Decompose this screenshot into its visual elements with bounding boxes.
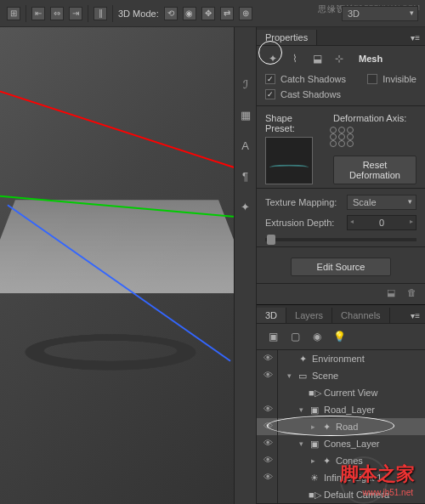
tool-swatches-icon[interactable]: ▦ — [238, 109, 253, 124]
shape-preset-picker[interactable] — [265, 137, 313, 184]
properties-panel: Properties ▾≡ ✦ ⌇ ⬓ ⊹ Mesh ✓ Catch Shado… — [257, 27, 425, 304]
coord-filter-icon[interactable]: ⊹ — [332, 51, 347, 66]
item-label: Current View — [324, 388, 377, 398]
visibility-icon[interactable]: 👁 — [262, 353, 274, 365]
twisty-icon[interactable]: ▾ — [285, 371, 293, 380]
pan-icon[interactable]: ✥ — [201, 7, 215, 20]
twisty-icon[interactable]: ▾ — [297, 439, 305, 448]
filter-material-icon[interactable]: ◉ — [309, 329, 325, 344]
align-icon-1[interactable]: ⇤ — [31, 7, 45, 20]
twisty-icon[interactable]: ▾ — [297, 405, 305, 414]
label-shape-preset: Shape Preset: — [257, 110, 325, 137]
item-label: Road_Layer — [324, 405, 375, 415]
label-extrusion-depth: Extrusion Depth: — [265, 218, 342, 228]
item-type-icon: ■▷ — [309, 490, 320, 501]
filter-mesh-icon[interactable]: ▢ — [287, 329, 303, 344]
tool-adjust-icon[interactable]: ✦ — [238, 201, 253, 216]
render-icon[interactable]: ⬓ — [384, 287, 398, 301]
trash-icon[interactable]: 🗑 — [405, 287, 418, 301]
align-icon-3[interactable]: ⇥ — [69, 7, 82, 20]
tree-row[interactable]: 👁✦Environment — [257, 350, 425, 367]
label-deformation-axis: Deformation Axis: — [325, 110, 425, 127]
tab-layers[interactable]: Layers — [286, 308, 332, 323]
extrusion-depth-field[interactable]: 0 — [347, 215, 416, 230]
mode-label: 3D Mode: — [118, 8, 159, 19]
align-icon-2[interactable]: ⇔ — [50, 7, 64, 20]
item-type-icon: ■▷ — [309, 388, 320, 399]
deform-filter-icon[interactable]: ⌇ — [287, 51, 303, 66]
tree-row[interactable]: 👁▾▭Scene — [257, 367, 425, 384]
checkbox-invisible[interactable] — [367, 74, 377, 84]
tool-icon[interactable]: ⊞ — [7, 7, 20, 20]
tool-eyedropper-icon[interactable]: ℐ — [238, 78, 253, 93]
panel-menu-icon-3d[interactable]: ▾≡ — [405, 309, 425, 323]
reset-deformation-button[interactable]: Reset Deformation — [333, 156, 416, 184]
filter-light-icon[interactable]: 💡 — [332, 329, 347, 344]
workspace-dropdown[interactable]: 3D — [342, 6, 418, 21]
visibility-icon[interactable] — [262, 387, 274, 399]
label-texture-mapping: Texture Mapping: — [265, 197, 342, 207]
checkbox-catch-shadows[interactable]: ✓ — [265, 74, 275, 84]
visibility-icon[interactable]: 👁 — [262, 455, 274, 467]
item-type-icon: ▣ — [309, 405, 320, 416]
deformation-axis-grid[interactable] — [330, 127, 354, 147]
viewport-3d[interactable] — [0, 27, 234, 504]
item-label: Environment — [312, 354, 365, 364]
item-type-icon: ▣ — [309, 439, 320, 450]
extrusion-slider[interactable] — [265, 238, 416, 241]
visibility-icon[interactable] — [262, 489, 274, 501]
label-cast-shadows: Cast Shadows — [280, 89, 341, 99]
panel-menu-icon[interactable]: ▾≡ — [405, 31, 425, 45]
visibility-icon[interactable]: 👁 — [262, 472, 274, 484]
item-type-icon: ✦ — [297, 354, 309, 365]
twisty-icon[interactable]: ▸ — [309, 456, 317, 465]
texture-mapping-dropdown[interactable]: Scale — [347, 195, 416, 210]
watermark-url: www.jb51.net — [363, 488, 413, 497]
edit-source-button[interactable]: Edit Source — [291, 258, 391, 276]
vertical-toolstrip: ℐ ▦ A ¶ ✦ — [235, 27, 257, 504]
mesh-label: Mesh — [359, 54, 382, 64]
zoom-icon[interactable]: ⊕ — [239, 7, 252, 20]
tool-type-icon[interactable]: A — [238, 139, 253, 155]
tab-3d[interactable]: 3D — [257, 308, 286, 323]
tree-row[interactable]: 👁▾▣Cones_Layer — [257, 435, 425, 452]
label-invisible: Invisible — [382, 74, 416, 84]
item-type-icon: ▭ — [297, 371, 309, 382]
tab-channels[interactable]: Channels — [332, 308, 389, 323]
visibility-icon[interactable]: 👁 — [262, 370, 274, 382]
item-type-icon: ✦ — [320, 456, 332, 467]
distribute-icon[interactable]: ‖ — [94, 7, 107, 20]
cap-filter-icon[interactable]: ⬓ — [309, 51, 325, 66]
visibility-icon[interactable]: 👁 — [262, 438, 274, 450]
filter-scene-icon[interactable]: ▣ — [265, 329, 280, 344]
highlight-circle-mesh — [258, 41, 282, 65]
roll-icon[interactable]: ◉ — [183, 7, 196, 20]
highlight-ellipse-road — [267, 416, 394, 436]
watermark-cn: 脚本之家 — [340, 462, 415, 487]
label-catch-shadows: Catch Shadows — [280, 74, 346, 84]
orbit-icon[interactable]: ⟲ — [164, 7, 178, 20]
slide-icon[interactable]: ⇄ — [220, 7, 234, 20]
tool-paragraph-icon[interactable]: ¶ — [238, 170, 253, 185]
checkbox-cast-shadows[interactable]: ✓ — [265, 89, 275, 99]
item-label: Cones_Layer — [324, 439, 379, 449]
item-type-icon: ☀ — [309, 473, 320, 484]
visibility-icon[interactable]: 👁 — [262, 404, 274, 416]
item-label: Scene — [312, 371, 338, 381]
tree-row[interactable]: ■▷Current View — [257, 384, 425, 401]
